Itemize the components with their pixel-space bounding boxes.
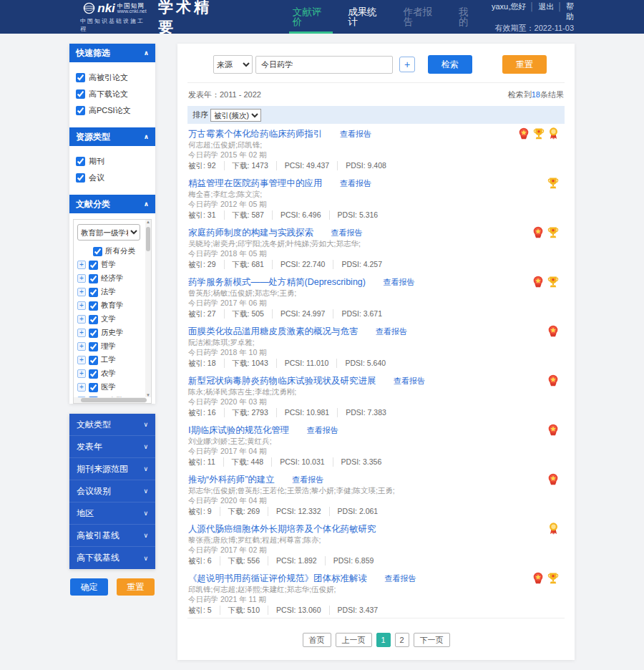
- category-tree-row[interactable]: + 理学: [77, 341, 140, 351]
- section-header-resource-type[interactable]: 资源类型 ∧: [69, 127, 155, 146]
- search-field-select[interactable]: 来源: [213, 55, 253, 74]
- nav-item[interactable]: 文献评价: [283, 0, 338, 34]
- result-title-link[interactable]: 精益管理在医院药事管理中的应用: [188, 178, 323, 188]
- category-checkbox[interactable]: [89, 301, 98, 311]
- result-title-link[interactable]: 人源代肠癌细胞体外长期培养及个体化药敏研究: [188, 524, 376, 534]
- category-tree-row[interactable]: + 教育学: [77, 301, 140, 311]
- view-report-link[interactable]: 查看报告: [394, 377, 425, 385]
- result-title-link[interactable]: 万古霉素个体化给药临床药师指引: [188, 129, 323, 139]
- sidebar-collapsed-section[interactable]: 发表年 ∨: [69, 436, 155, 458]
- view-report-link[interactable]: 查看报告: [292, 475, 323, 484]
- search-input[interactable]: [255, 56, 393, 74]
- view-report-link[interactable]: 查看报告: [307, 426, 338, 434]
- category-checkbox[interactable]: [93, 247, 102, 256]
- filter-checkbox-row[interactable]: 会议: [76, 173, 149, 183]
- filter-checkbox[interactable]: [76, 173, 85, 183]
- nav-item[interactable]: 我的: [449, 0, 487, 34]
- category-tree-row[interactable]: + 医学: [77, 382, 140, 392]
- category-checkbox[interactable]: [89, 383, 98, 392]
- pagination-next-button[interactable]: 下一页: [414, 633, 450, 647]
- search-button[interactable]: 检索: [428, 55, 472, 74]
- section-header-category[interactable]: 文献分类 ∧: [69, 195, 155, 213]
- result-title-link[interactable]: 面膜类化妆品滥用糖皮质激素的概况与危害: [188, 326, 358, 336]
- category-tree-row[interactable]: + 经济学: [77, 273, 140, 283]
- filter-checkbox-row[interactable]: 高PCSI论文: [76, 105, 149, 116]
- category-tree-row[interactable]: + 法学: [77, 287, 140, 297]
- expand-plus-icon[interactable]: +: [77, 301, 86, 310]
- result-title-link[interactable]: 《超说明书用药循证评价规范》团体标准解读: [188, 573, 367, 583]
- result-title-link[interactable]: 推动“外科药师”的建立: [188, 475, 275, 485]
- section-header-quick-filter[interactable]: 快速筛选 ∧: [69, 44, 155, 62]
- logout-link[interactable]: 退出: [538, 2, 554, 11]
- category-tree-row[interactable]: + 历史学: [77, 328, 140, 338]
- add-condition-button[interactable]: +: [399, 57, 415, 72]
- result-authors: 阮洁湘;陈琪;罗卓雅;: [188, 338, 564, 346]
- sidebar-collapsed-section[interactable]: 高被引基线 ∨: [69, 525, 155, 547]
- expand-plus-icon[interactable]: +: [77, 261, 86, 269]
- expand-plus-icon[interactable]: +: [77, 383, 86, 392]
- expand-plus-icon[interactable]: +: [77, 315, 86, 324]
- sidebar-reset-button[interactable]: 重置: [117, 578, 155, 596]
- pagination-page-button[interactable]: 2: [395, 633, 409, 647]
- result-title-link[interactable]: 家庭药师制度的构建与实践探索: [188, 228, 313, 238]
- scrollbar-thumb[interactable]: [146, 227, 150, 251]
- nav-item[interactable]: 成果统计: [338, 0, 394, 34]
- category-tree-row[interactable]: + 工学: [77, 355, 140, 365]
- cnki-logo: nki 中国知网 www.cnki.net 中国知识基础设施工程: [80, 1, 150, 33]
- vertical-scrollbar[interactable]: ▲ ▼: [145, 220, 151, 397]
- nav-item[interactable]: 作者报告: [394, 0, 449, 34]
- scrollbar-thumb[interactable]: [81, 398, 147, 402]
- category-checkbox[interactable]: [89, 342, 98, 351]
- category-checkbox[interactable]: [89, 369, 98, 379]
- expand-plus-icon[interactable]: +: [77, 329, 86, 337]
- search-reset-button[interactable]: 重置: [502, 55, 547, 74]
- filter-checkbox-row[interactable]: 高下载论文: [76, 89, 149, 99]
- category-checkbox[interactable]: [89, 274, 98, 283]
- pagination-page-button[interactable]: 1: [376, 633, 391, 647]
- scroll-up-icon[interactable]: ▲: [145, 220, 151, 224]
- sidebar-collapsed-section[interactable]: 高下载基线 ∨: [69, 547, 155, 569]
- pagination-first-button[interactable]: 首页: [303, 633, 331, 647]
- view-report-link[interactable]: 查看报告: [340, 130, 371, 138]
- expand-plus-icon[interactable]: +: [77, 369, 86, 378]
- view-report-link[interactable]: 查看报告: [331, 228, 362, 237]
- filter-checkbox-row[interactable]: 高被引论文: [76, 72, 149, 83]
- view-report-link[interactable]: 查看报告: [340, 179, 371, 188]
- sidebar-collapsed-section[interactable]: 会议级别 ∨: [69, 480, 155, 502]
- expand-plus-icon[interactable]: +: [77, 342, 86, 351]
- filter-checkbox-row[interactable]: 期刊: [76, 156, 149, 167]
- scroll-down-icon[interactable]: ▼: [145, 393, 151, 397]
- category-checkbox[interactable]: [89, 329, 98, 338]
- expand-plus-icon[interactable]: +: [77, 356, 86, 364]
- filter-checkbox[interactable]: [76, 73, 85, 82]
- view-report-link[interactable]: 查看报告: [376, 327, 407, 336]
- category-tree-row[interactable]: 所有分类: [77, 246, 140, 256]
- category-tree-row[interactable]: + 农学: [77, 369, 140, 379]
- result-title-link[interactable]: Ⅰ期临床试验的规范化管理: [188, 425, 289, 435]
- filter-checkbox[interactable]: [76, 106, 85, 115]
- result-title-link[interactable]: 药学服务新模式——处方精简(Deprescribing): [188, 277, 366, 287]
- expand-plus-icon[interactable]: +: [77, 274, 86, 283]
- category-scheme-select[interactable]: 教育部一级学科: [77, 224, 140, 241]
- filter-checkbox[interactable]: [76, 89, 85, 99]
- category-tree-row[interactable]: + 文学: [77, 314, 140, 324]
- horizontal-scrollbar[interactable]: [74, 397, 145, 403]
- sidebar-collapsed-section[interactable]: 地区 ∨: [69, 502, 155, 525]
- expand-plus-icon[interactable]: +: [77, 288, 86, 296]
- filter-checkbox[interactable]: [76, 157, 85, 166]
- sidebar-collapsed-section[interactable]: 期刊来源范围 ∨: [69, 458, 155, 480]
- result-title-link[interactable]: 新型冠状病毒肺炎药物临床试验现状及研究进展: [188, 376, 376, 386]
- help-link[interactable]: 帮助: [566, 2, 574, 21]
- view-report-link[interactable]: 查看报告: [384, 574, 416, 583]
- metric: PCSI: 49.437: [285, 161, 338, 170]
- pagination-prev-button[interactable]: 上一页: [336, 633, 372, 647]
- confirm-button[interactable]: 确定: [70, 578, 108, 596]
- category-checkbox[interactable]: [89, 315, 98, 324]
- category-checkbox[interactable]: [89, 261, 98, 270]
- category-checkbox[interactable]: [89, 288, 98, 297]
- sidebar-collapsed-section[interactable]: 文献类型 ∨: [69, 414, 155, 436]
- view-report-link[interactable]: 查看报告: [383, 278, 414, 286]
- sort-select[interactable]: 被引(频次): [210, 109, 261, 122]
- category-tree-row[interactable]: + 哲学: [77, 260, 140, 270]
- category-checkbox[interactable]: [89, 356, 98, 365]
